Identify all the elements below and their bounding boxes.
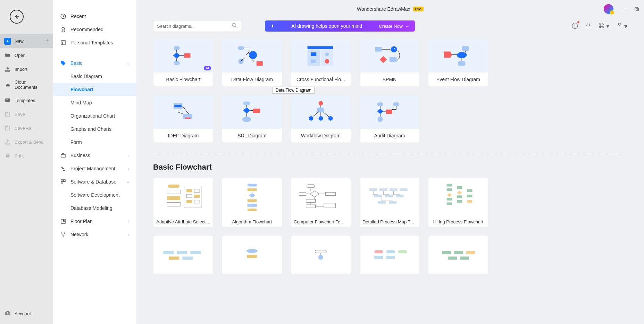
search-input[interactable] <box>157 24 231 29</box>
nav-print[interactable]: Print <box>0 149 53 163</box>
svg-rect-114 <box>398 250 407 253</box>
card-data-flow[interactable]: Data Flow Diagram <box>222 39 282 87</box>
save-as-icon <box>4 125 11 131</box>
tpl-adaptive-attribute[interactable]: Adaptive Attribute Selecti... <box>153 177 214 228</box>
cat-floor-plan[interactable]: Floor Plan › <box>53 215 136 228</box>
cat-recent[interactable]: Recent <box>53 10 136 23</box>
card-event-flow[interactable]: Event Flow Diagram <box>428 39 488 87</box>
card-bpmn[interactable]: BPMN <box>359 39 420 87</box>
nav-open-label: Open <box>15 53 26 58</box>
svg-rect-16 <box>61 180 63 181</box>
svg-rect-96 <box>446 203 452 205</box>
tpl-computer-flowchart[interactable]: Computer Flowchart Temp... <box>291 177 351 228</box>
svg-rect-26 <box>174 46 180 50</box>
search-box[interactable] <box>153 20 241 32</box>
tpl-row2-1[interactable] <box>153 235 214 275</box>
cat-software[interactable]: Software & Database ⌄ <box>53 175 136 188</box>
svg-rect-51 <box>253 109 260 113</box>
templates-icon <box>4 97 11 104</box>
cat-recommended[interactable]: Recommended <box>53 23 136 36</box>
svg-rect-77 <box>248 209 257 211</box>
sub-form[interactable]: Form <box>53 136 136 149</box>
tooltip: Data Flow Diagram <box>273 87 315 94</box>
svg-rect-14 <box>62 168 64 169</box>
search-icon[interactable] <box>231 22 237 30</box>
nav-new[interactable]: + New + <box>0 34 53 48</box>
cat-business[interactable]: Business › <box>53 149 136 162</box>
nav-save-label: Save <box>15 112 25 117</box>
tpl-row2-3[interactable] <box>291 235 351 275</box>
svg-rect-4 <box>6 155 10 157</box>
svg-rect-65 <box>167 203 180 206</box>
nav-save-as[interactable]: Save As <box>0 121 53 135</box>
sub-graphs[interactable]: Graphs and Charts <box>53 122 136 136</box>
cat-recommended-label: Recommended <box>70 27 103 32</box>
nav-import[interactable]: Import <box>0 62 53 76</box>
tpl-hiring-process[interactable]: Hiring Process Flowchart <box>428 177 488 228</box>
nav-templates-label: Templates <box>15 98 35 103</box>
svg-point-53 <box>319 101 323 105</box>
cat-network[interactable]: Network › <box>53 228 136 241</box>
svg-point-111 <box>318 255 323 260</box>
svg-rect-79 <box>299 193 306 196</box>
nav-cloud[interactable]: Cloud Documents <box>0 76 53 93</box>
nav-save[interactable]: Save <box>0 107 53 121</box>
notifications-button[interactable] <box>585 22 591 30</box>
pro-badge: Pro <box>413 7 424 11</box>
card-sdl[interactable]: SDL Diagram <box>222 95 282 143</box>
briefcase-icon <box>60 152 66 159</box>
svg-rect-102 <box>467 200 472 203</box>
svg-rect-104 <box>177 251 187 254</box>
minimize-button[interactable] <box>623 7 628 11</box>
svg-rect-121 <box>460 257 469 260</box>
svg-rect-13 <box>61 167 63 168</box>
help-button[interactable]: ⓘ <box>572 22 578 30</box>
card-basic-flowchart[interactable]: AI Basic Flowchart <box>153 39 214 87</box>
ai-banner[interactable]: ✦ AI drawing helps open your mind Create… <box>265 20 415 32</box>
back-button[interactable] <box>10 10 24 24</box>
tpl-detailed-process[interactable]: Detailed Process Map Tem... <box>359 177 420 228</box>
plus-icon: + <box>4 38 11 45</box>
theme-button[interactable]: ▾ <box>616 22 627 30</box>
tpl-label: Computer Flowchart Temp... <box>291 216 351 227</box>
apps-button[interactable]: ⌘ ▾ <box>598 22 609 30</box>
sub-software-dev[interactable]: Software Development <box>53 188 136 202</box>
card-cross-functional[interactable]: Cross Functional Flo... <box>291 39 351 87</box>
cat-software-label: Software & Database <box>70 179 116 185</box>
tpl-row2-2[interactable] <box>222 235 282 275</box>
sub-basic-diagram[interactable]: Basic Diagram <box>53 70 136 83</box>
tpl-row2-4[interactable] <box>359 235 420 275</box>
svg-rect-72 <box>194 200 200 203</box>
user-avatar[interactable] <box>604 4 613 14</box>
add-icon[interactable]: + <box>45 37 49 45</box>
svg-rect-2 <box>6 112 8 113</box>
nav-open[interactable]: Open <box>0 48 53 62</box>
svg-rect-71 <box>186 200 192 203</box>
sub-flowchart[interactable]: Flowchart <box>53 83 136 96</box>
cat-personal[interactable]: Personal Templates <box>53 36 136 49</box>
svg-rect-28 <box>184 53 191 58</box>
cat-personal-label: Personal Templates <box>70 40 113 45</box>
cat-project[interactable]: Project Management › <box>53 162 136 175</box>
tpl-row2-5[interactable] <box>428 235 488 275</box>
sub-mind-map[interactable]: Mind Map <box>53 96 136 109</box>
svg-rect-47 <box>174 105 181 107</box>
template-grid-row2 <box>153 235 627 275</box>
maximize-button[interactable] <box>634 7 639 11</box>
card-audit[interactable]: Audit Diagram <box>359 95 420 143</box>
card-workflow[interactable]: Workflow Diagram <box>291 95 351 143</box>
nav-cloud-label: Cloud Documents <box>15 79 49 90</box>
sub-org-chart[interactable]: Organizational Chart <box>53 109 136 122</box>
tpl-algorithm[interactable]: Algorithm Flowchart <box>222 177 282 228</box>
nav-export[interactable]: Export & Send <box>0 135 53 149</box>
nav-templates[interactable]: Templates <box>0 93 53 107</box>
card-idef[interactable]: IDEF Diagram <box>153 95 214 143</box>
tpl-label: Adaptive Attribute Selecti... <box>153 216 213 227</box>
sub-database-modeling[interactable]: Database Modeling <box>53 202 136 215</box>
svg-rect-85 <box>379 188 387 191</box>
nav-account[interactable]: Account <box>0 307 53 321</box>
svg-point-25 <box>232 23 235 26</box>
svg-rect-115 <box>374 256 383 259</box>
cat-basic[interactable]: Basic ⌄ <box>53 57 136 70</box>
svg-rect-112 <box>374 250 383 253</box>
